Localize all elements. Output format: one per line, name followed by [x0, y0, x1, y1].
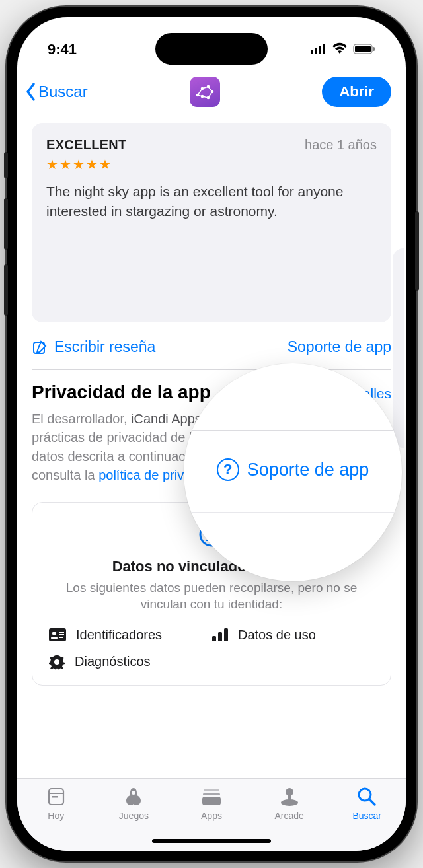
search-icon	[357, 785, 377, 808]
svg-rect-1	[315, 48, 317, 54]
tab-arcade-label: Arcade	[274, 811, 303, 821]
back-button[interactable]: Buscar	[25, 82, 88, 102]
review-age: hace 1 años	[305, 137, 377, 153]
magnifier-callout: ? Soporte de app	[184, 363, 402, 581]
today-icon	[46, 785, 66, 808]
review-title: EXCELLENT	[46, 137, 127, 153]
svg-rect-34	[224, 628, 228, 641]
apps-icon	[201, 785, 222, 808]
open-label: Abrir	[339, 83, 374, 100]
svg-rect-3	[323, 44, 325, 54]
svg-rect-29	[59, 632, 64, 633]
review-body: The night sky app is an excellent tool f…	[46, 182, 377, 221]
svg-point-44	[281, 799, 298, 806]
cellular-icon	[311, 41, 327, 58]
svg-point-40	[132, 791, 135, 795]
data-item-identifiers: Identificadores	[48, 628, 212, 643]
gear-icon	[48, 653, 65, 670]
id-card-icon	[48, 628, 67, 642]
svg-rect-41	[202, 797, 221, 805]
open-button[interactable]: Abrir	[322, 77, 391, 107]
svg-rect-0	[311, 50, 313, 54]
question-circle-icon: ?	[217, 458, 239, 481]
privacy-title: Privacidad de la app	[32, 382, 211, 403]
svg-rect-5	[355, 46, 371, 52]
home-indicator[interactable]	[152, 839, 271, 843]
arcade-icon	[279, 785, 300, 808]
games-icon	[123, 785, 144, 808]
svg-point-27	[52, 632, 56, 635]
app-support-button[interactable]: Soporte de app	[288, 338, 391, 356]
tab-today[interactable]: Hoy	[17, 785, 95, 851]
svg-point-36	[54, 659, 59, 665]
privacy-card-subtitle: Los siguientes datos pueden recopilarse,…	[48, 579, 375, 613]
svg-point-15	[207, 85, 209, 87]
wifi-icon	[332, 41, 348, 58]
tab-search-label: Buscar	[352, 811, 381, 821]
write-review-button[interactable]: Escribir reseña	[32, 338, 155, 356]
tab-apps-label: Apps	[201, 811, 222, 821]
svg-rect-32	[212, 636, 216, 641]
app-support-label-magnified: Soporte de app	[247, 460, 369, 480]
svg-rect-6	[373, 47, 375, 51]
data-item-diagnostics: Diagnósticos	[48, 653, 212, 670]
constellation-icon	[194, 81, 216, 103]
status-time: 9:41	[48, 41, 77, 58]
tab-games-label: Juegos	[119, 811, 149, 821]
svg-rect-28	[51, 637, 58, 639]
compose-icon	[32, 340, 48, 355]
nav-bar: Buscar Abrir	[17, 67, 406, 116]
svg-rect-31	[59, 637, 63, 638]
svg-line-46	[369, 799, 375, 805]
svg-rect-43	[288, 795, 291, 800]
svg-rect-33	[218, 632, 222, 641]
data-item-usage: Datos de uso	[212, 628, 375, 643]
back-label: Buscar	[38, 83, 88, 101]
svg-rect-2	[319, 46, 321, 54]
app-icon[interactable]	[190, 77, 220, 107]
svg-point-13	[196, 94, 198, 96]
svg-point-17	[207, 96, 209, 98]
chevron-left-icon	[25, 82, 37, 102]
svg-rect-39	[52, 796, 58, 798]
bar-chart-icon	[212, 628, 229, 642]
review-card[interactable]: EXCELLENT hace 1 años ★★★★★ The night sk…	[32, 123, 391, 322]
svg-point-16	[211, 90, 213, 92]
app-support-button-magnified[interactable]: ? Soporte de app	[217, 458, 369, 481]
dynamic-island	[155, 33, 268, 65]
tab-search[interactable]: Buscar	[328, 785, 406, 851]
battery-icon	[353, 41, 375, 58]
write-review-label: Escribir reseña	[54, 338, 155, 356]
svg-point-18	[201, 95, 203, 97]
app-support-label: Soporte de app	[288, 338, 391, 356]
svg-point-14	[201, 87, 203, 89]
review-stars: ★★★★★	[46, 157, 377, 172]
svg-rect-30	[59, 634, 64, 635]
tab-today-label: Hoy	[48, 811, 64, 821]
